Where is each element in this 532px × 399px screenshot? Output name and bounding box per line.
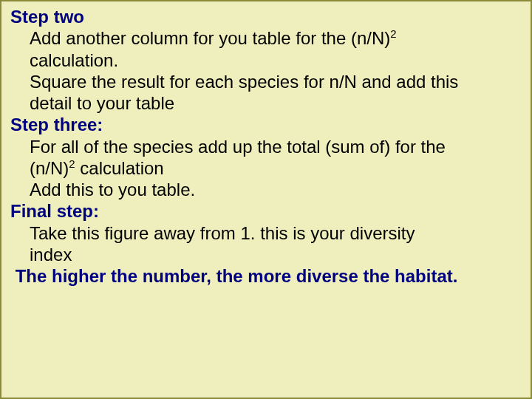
text: Add another column for you table for the… <box>30 28 390 48</box>
text-line: calculation. <box>30 50 523 71</box>
text: (n/N) <box>30 158 69 178</box>
step-three-heading: Step three: <box>10 114 523 135</box>
slide-body: Step two Add another column for you tabl… <box>0 0 532 399</box>
step-two-heading: Step two <box>10 6 523 27</box>
text-line: Square the result for each species for n… <box>30 71 523 92</box>
step-two-body: Add another column for you table for the… <box>10 27 523 114</box>
conclusion-line: The higher the number, the more diverse … <box>10 265 523 287</box>
text-line: Add another column for you table for the… <box>30 27 523 49</box>
text-line: For all of the species add up the total … <box>30 136 523 157</box>
superscript: 2 <box>390 28 396 40</box>
text-line: Take this figure away from 1. this is yo… <box>30 222 523 244</box>
final-step-body: Take this figure away from 1. this is yo… <box>10 222 523 266</box>
text-line: (n/N)2 calculation <box>30 157 523 179</box>
superscript: 2 <box>69 158 75 170</box>
text-line: index <box>30 244 523 265</box>
text-line: detail to your table <box>30 92 523 114</box>
text: calculation <box>75 158 164 178</box>
text-line: Add this to you table. <box>30 179 523 200</box>
step-three-body: For all of the species add up the total … <box>10 136 523 201</box>
final-step-heading: Final step: <box>10 200 523 222</box>
